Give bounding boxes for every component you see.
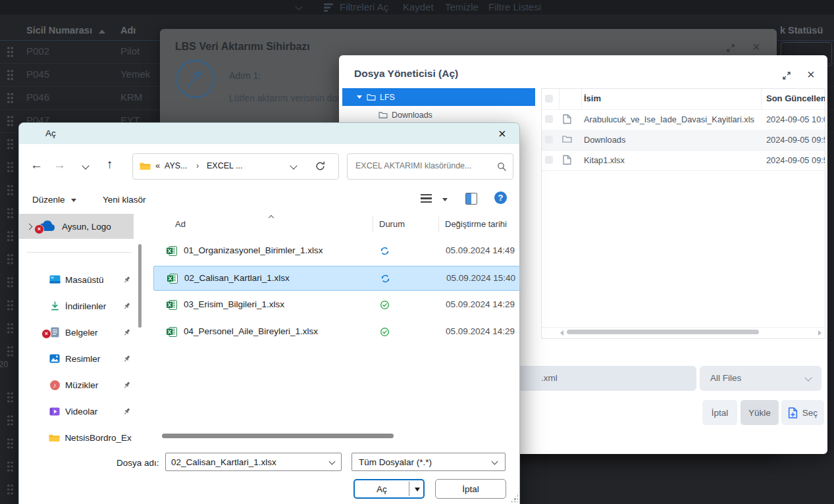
excel-icon xyxy=(167,300,177,310)
filename-value: 02_Calisan_Kartlari_1.xlsx xyxy=(171,457,276,467)
address-bar[interactable]: « AYS... › EXCEL ... xyxy=(132,153,339,180)
forward-icon[interactable]: → xyxy=(53,158,66,172)
upload-button[interactable]: Yükle xyxy=(741,400,779,425)
breadcrumb-item[interactable]: EXCEL ... xyxy=(207,161,242,170)
search-icon xyxy=(496,161,507,172)
sidebar-item-pictures[interactable]: Resimler xyxy=(19,345,134,372)
close-icon[interactable]: × xyxy=(807,70,815,79)
file-row[interactable]: 03_Erisim_Bilgileri_1.xlsx 05.09.2024 14… xyxy=(153,293,520,318)
checkbox[interactable] xyxy=(545,136,553,143)
folder-icon xyxy=(378,111,388,118)
open-dropdown-icon[interactable] xyxy=(415,488,420,491)
sidebar-item-onedrive[interactable]: × Aysun, Logo xyxy=(19,214,134,239)
tree-item-downloads[interactable]: Downloads xyxy=(342,106,535,124)
search-input[interactable]: EXCEL AKTARIMI klasöründe... xyxy=(347,153,513,180)
close-icon[interactable]: × xyxy=(498,126,506,141)
refresh-icon[interactable] xyxy=(315,161,326,172)
select-button[interactable]: Seç xyxy=(781,400,824,425)
sidebar-item-downloads[interactable]: İndirilenler xyxy=(19,293,134,319)
organize-button[interactable]: Düzenle xyxy=(32,195,76,205)
column-header-adi[interactable]: Adı xyxy=(120,25,136,36)
sidebar-item-netsisbordro[interactable]: NetsisBordro_Ex xyxy=(19,424,134,451)
cancel-button[interactable]: İptal xyxy=(435,479,506,499)
tree-item-lfs[interactable]: LFS xyxy=(342,88,535,106)
titlebar[interactable]: Aç × xyxy=(19,123,519,144)
file-name: 03_Erisim_Bilgileri_1.xlsx xyxy=(184,299,284,309)
tree-item-label: Downloads xyxy=(392,111,432,120)
column-header-sicil[interactable]: Sicil Numarası xyxy=(26,25,92,36)
drag-handle-icon[interactable] xyxy=(7,46,14,57)
cell-sicil: P046 xyxy=(26,91,49,103)
sidebar-item-documents[interactable]: × Belgeler xyxy=(19,319,134,345)
sidebar-item-desktop[interactable]: Masaüstü xyxy=(19,266,134,293)
cell-adi: Pilot xyxy=(120,45,140,57)
chevron-down-icon[interactable] xyxy=(290,162,297,169)
column-header-name[interactable]: İsim xyxy=(584,93,601,103)
scroll-right-icon[interactable] xyxy=(818,330,821,336)
back-icon[interactable]: ← xyxy=(30,158,43,172)
up-icon[interactable]: ↑ xyxy=(107,157,113,172)
recent-locations-icon[interactable] xyxy=(82,162,89,169)
sidebar-item-label: İndirilenler xyxy=(65,301,106,311)
cancel-button[interactable]: İptal xyxy=(702,400,737,425)
filter-icon[interactable] xyxy=(324,3,333,13)
drag-handle-icon[interactable] xyxy=(7,69,14,80)
new-folder-button[interactable]: Yeni klasör xyxy=(103,195,146,205)
column-header-date[interactable]: Değiştirme tarihi xyxy=(445,219,507,229)
folder-icon xyxy=(48,434,61,442)
drag-handle-icon xyxy=(7,438,14,449)
filetype-value: All Files xyxy=(710,373,741,383)
open-button[interactable]: Aç xyxy=(353,479,425,499)
sidebar-item-videos[interactable]: Videolar xyxy=(19,398,134,424)
column-header-name[interactable]: Ad xyxy=(175,219,186,229)
file-row[interactable]: 01_Organizasyonel_Birimler_1.xlsx 05.09.… xyxy=(153,239,520,264)
list-item[interactable]: Downloads 2024-09-05 09:5 xyxy=(542,130,825,151)
scroll-left-icon[interactable] xyxy=(560,330,563,336)
sort-asc-icon xyxy=(99,30,105,34)
view-mode-icon[interactable] xyxy=(421,194,432,203)
view-mode-dropdown-icon[interactable] xyxy=(442,198,448,201)
step-label: Adım 1: xyxy=(229,70,261,81)
clear-button[interactable]: Temizle xyxy=(445,1,479,13)
drag-handle-icon[interactable] xyxy=(7,92,14,103)
cell-adi: Yemek xyxy=(120,68,150,80)
breadcrumb-collapse[interactable]: « xyxy=(155,161,160,170)
filetype-select[interactable]: All Files xyxy=(700,366,821,391)
breadcrumb-item[interactable]: AYS... xyxy=(165,161,188,170)
checkbox[interactable] xyxy=(545,95,553,103)
chevron-right-icon[interactable] xyxy=(26,223,33,230)
file-row-selected[interactable]: 02_Calisan_Kartlari_1.xlsx 05.09.2024 15… xyxy=(153,266,520,291)
column-header-updated[interactable]: Son Güncelleme xyxy=(766,93,825,103)
preview-pane-icon[interactable] xyxy=(465,193,477,205)
sidebar-item-music[interactable]: ♪ Müzikler xyxy=(19,372,134,398)
filter-list-button[interactable]: Filtre Listesi xyxy=(488,1,541,13)
filename-input[interactable]: 02_Calisan_Kartlari_1.xlsx xyxy=(165,453,342,471)
chevron-down-icon[interactable] xyxy=(295,3,302,10)
sidebar-scrollbar[interactable] xyxy=(138,244,142,328)
sync-icon xyxy=(380,274,390,284)
music-icon: ♪ xyxy=(48,380,61,390)
scrollbar-thumb[interactable] xyxy=(567,330,759,334)
column-header-status[interactable]: Durum xyxy=(379,219,405,229)
list-item[interactable]: Arabulucuk_ve_Ise_Iade_Davasi_Kayitlari.… xyxy=(542,109,825,130)
save-button[interactable]: Kaydet xyxy=(403,1,434,13)
caret-down-icon[interactable] xyxy=(357,95,362,99)
checkbox[interactable] xyxy=(545,115,553,123)
resize-grip[interactable] xyxy=(510,494,518,502)
filters-open-button[interactable]: Filtreleri Aç xyxy=(340,1,388,13)
horizontal-scrollbar[interactable] xyxy=(542,327,825,337)
list-item[interactable]: Kitap1.xlsx 2024-09-05 09:5 xyxy=(542,150,825,171)
maximize-icon[interactable] xyxy=(782,71,791,82)
help-icon[interactable]: ? xyxy=(494,191,507,204)
file-list-panel: İsim Son Güncelleme Arabulucuk_ve_Ise_Ia… xyxy=(541,88,825,339)
file-row[interactable]: 04_Personel_Aile_Bireyleri_1.xlsx 05.09.… xyxy=(153,320,520,345)
drag-handle-icon xyxy=(7,230,14,241)
filetype-select[interactable]: Tüm Dosyalar (*.*) xyxy=(352,453,506,471)
checkbox[interactable] xyxy=(545,156,553,164)
horizontal-scrollbar[interactable] xyxy=(162,434,394,438)
divider xyxy=(438,216,439,232)
file-updated: 2024-09-05 10:0 xyxy=(766,114,825,124)
drag-handle-icon[interactable] xyxy=(7,115,14,126)
maximize-icon[interactable] xyxy=(726,43,735,55)
close-icon[interactable]: × xyxy=(752,42,760,51)
